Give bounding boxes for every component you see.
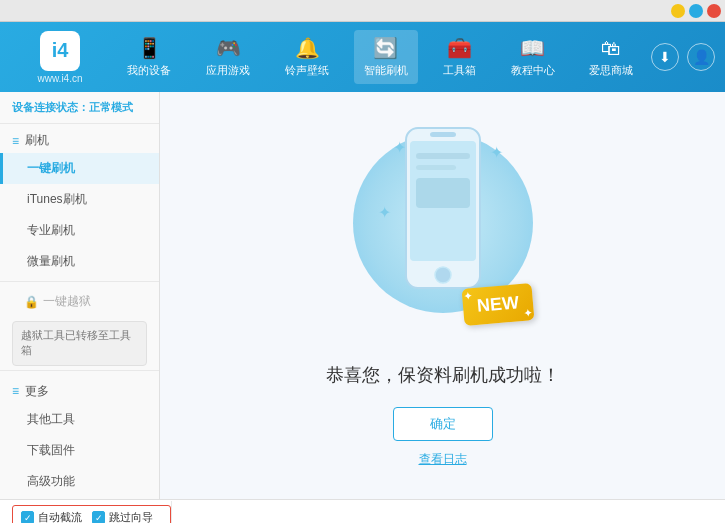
sidebar-disabled-box: 越狱工具已转移至工具箱 [12, 321, 147, 366]
lock-icon: 🔒 [24, 295, 39, 309]
nav-item-smart-flash[interactable]: 🔄 智能刷机 [354, 30, 418, 84]
nav-item-apps[interactable]: 🎮 应用游戏 [196, 30, 260, 84]
user-button[interactable]: 👤 [687, 43, 715, 71]
nav-label-store: 爱思商城 [589, 63, 633, 78]
status-label: 设备连接状态： [12, 101, 89, 113]
store-icon: 🛍 [601, 37, 621, 60]
more-section-label: 更多 [25, 383, 49, 400]
title-bar [0, 0, 725, 22]
sidebar-item-micro-flash[interactable]: 微量刷机 [0, 246, 159, 277]
logo-subtitle: www.i4.cn [37, 73, 82, 84]
sidebar-divider-2 [0, 370, 159, 371]
device-icon: 📱 [137, 36, 162, 60]
new-badge: NEW [461, 283, 534, 326]
confirm-label: 确定 [430, 415, 456, 433]
bottom-left: ✓ 自动截流 ✓ 跳过向导 📱 iPhone 12 mini 64GB Down… [12, 501, 172, 523]
sidebar-item-download-firmware[interactable]: 下载固件 [0, 435, 159, 466]
minimize-button[interactable] [671, 4, 685, 18]
close-button[interactable] [707, 4, 721, 18]
bottom-checkboxes: ✓ 自动截流 ✓ 跳过向导 [12, 505, 171, 523]
phone-illustration: ✦ ✦ ✦ NEW [343, 123, 543, 343]
sidebar-item-pro-flash[interactable]: 专业刷机 [0, 215, 159, 246]
sidebar-item-other-tools[interactable]: 其他工具 [0, 404, 159, 435]
header: i4 www.i4.cn 📱 我的设备 🎮 应用游戏 🔔 铃声壁纸 🔄 智能刷机… [0, 22, 725, 92]
svg-rect-5 [416, 165, 456, 170]
smart-flash-icon: 🔄 [373, 36, 398, 60]
sidebar-item-advanced[interactable]: 高级功能 [0, 466, 159, 497]
flash-section-header: ≡ 刷机 [0, 124, 159, 153]
nav-item-toolbox[interactable]: 🧰 工具箱 [433, 30, 486, 84]
ringtones-icon: 🔔 [295, 36, 320, 60]
apps-icon: 🎮 [216, 36, 241, 60]
checkbox-auto-label: 自动截流 [38, 510, 82, 523]
nav-label-ringtones: 铃声壁纸 [285, 63, 329, 78]
sidebar-greyed-jailbreak: 🔒 一键越狱 [0, 286, 159, 317]
checkbox-skip-box: ✓ [92, 511, 105, 523]
confirm-button[interactable]: 确定 [393, 407, 493, 441]
nav-item-ringtones[interactable]: 🔔 铃声壁纸 [275, 30, 339, 84]
checkbox-auto[interactable]: ✓ 自动截流 [21, 510, 82, 523]
flash-section-icon: ≡ [12, 134, 19, 148]
logo-icon: i4 [40, 31, 80, 71]
logo-area: i4 www.i4.cn [10, 31, 110, 84]
nav-label-smart-flash: 智能刷机 [364, 63, 408, 78]
nav-item-tutorials[interactable]: 📖 教程中心 [501, 30, 565, 84]
bottom-bar: ✓ 自动截流 ✓ 跳过向导 📱 iPhone 12 mini 64GB Down… [0, 499, 725, 523]
checkbox-skip[interactable]: ✓ 跳过向导 [92, 510, 153, 523]
nav-label-tutorials: 教程中心 [511, 63, 555, 78]
logo-text: i4 [52, 39, 69, 62]
flash-section-label: 刷机 [25, 132, 49, 149]
nav-label-toolbox: 工具箱 [443, 63, 476, 78]
content-area: ✦ ✦ ✦ NEW 恭喜您，保资料刷机成功啦！ [160, 92, 725, 499]
maximize-button[interactable] [689, 4, 703, 18]
svg-rect-4 [416, 153, 470, 159]
nav-label-apps: 应用游戏 [206, 63, 250, 78]
header-actions: ⬇ 👤 [651, 43, 715, 71]
sparkle-3: ✦ [378, 203, 391, 222]
sidebar: 设备连接状态：正常模式 ≡ 刷机 一键刷机 iTunes刷机 专业刷机 微量刷机… [0, 92, 160, 499]
tutorials-icon: 📖 [520, 36, 545, 60]
nav-bar: 📱 我的设备 🎮 应用游戏 🔔 铃声壁纸 🔄 智能刷机 🧰 工具箱 📖 教程中心… [110, 30, 651, 84]
sidebar-divider-1 [0, 281, 159, 282]
nav-item-my-device[interactable]: 📱 我的设备 [117, 30, 181, 84]
success-text: 恭喜您，保资料刷机成功啦！ [326, 363, 560, 387]
disabled-box-text: 越狱工具已转移至工具箱 [21, 329, 131, 356]
greyed-label: 一键越狱 [43, 293, 91, 310]
sidebar-item-one-click-flash[interactable]: 一键刷机 [0, 153, 159, 184]
phone-svg [398, 123, 488, 293]
svg-point-3 [435, 267, 451, 283]
checkbox-skip-label: 跳过向导 [109, 510, 153, 523]
status-value: 正常模式 [89, 101, 133, 113]
download-button[interactable]: ⬇ [651, 43, 679, 71]
main-container: 设备连接状态：正常模式 ≡ 刷机 一键刷机 iTunes刷机 专业刷机 微量刷机… [0, 92, 725, 499]
sidebar-item-itunes-flash[interactable]: iTunes刷机 [0, 184, 159, 215]
toolbox-icon: 🧰 [447, 36, 472, 60]
sparkle-2: ✦ [490, 143, 503, 162]
nav-label-my-device: 我的设备 [127, 63, 171, 78]
new-badge-text: NEW [476, 292, 520, 316]
svg-rect-6 [416, 178, 470, 208]
checkbox-auto-box: ✓ [21, 511, 34, 523]
view-log-link[interactable]: 查看日志 [419, 451, 467, 468]
more-section-icon: ≡ [12, 384, 19, 398]
more-section-header: ≡ 更多 [0, 375, 159, 404]
nav-item-store[interactable]: 🛍 爱思商城 [579, 31, 643, 84]
svg-rect-2 [430, 132, 456, 137]
sidebar-status: 设备连接状态：正常模式 [0, 92, 159, 124]
